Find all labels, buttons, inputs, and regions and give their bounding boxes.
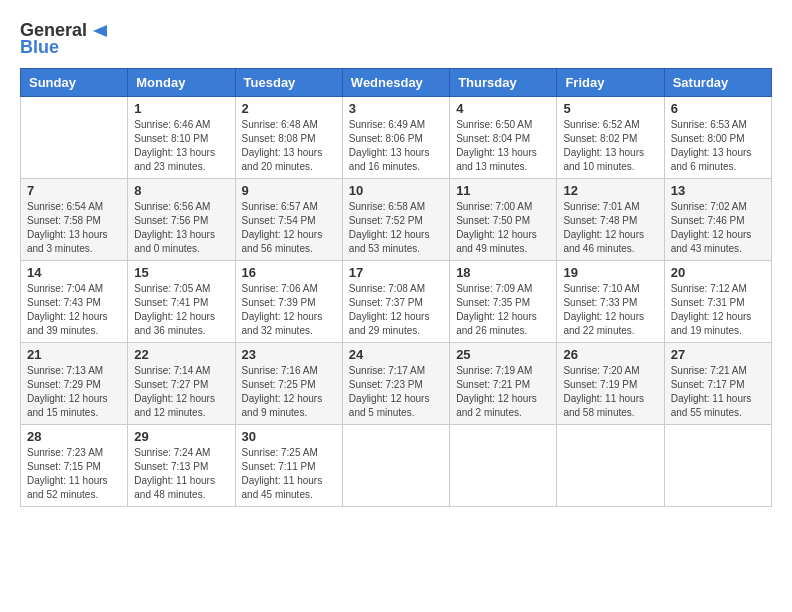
day-info: Sunrise: 6:48 AM Sunset: 8:08 PM Dayligh…	[242, 118, 336, 174]
day-number: 25	[456, 347, 550, 362]
weekday-header-tuesday: Tuesday	[235, 69, 342, 97]
day-info: Sunrise: 7:21 AM Sunset: 7:17 PM Dayligh…	[671, 364, 765, 420]
day-info: Sunrise: 7:19 AM Sunset: 7:21 PM Dayligh…	[456, 364, 550, 420]
calendar-cell: 10Sunrise: 6:58 AM Sunset: 7:52 PM Dayli…	[342, 179, 449, 261]
day-info: Sunrise: 7:08 AM Sunset: 7:37 PM Dayligh…	[349, 282, 443, 338]
day-number: 23	[242, 347, 336, 362]
calendar-week-3: 14Sunrise: 7:04 AM Sunset: 7:43 PM Dayli…	[21, 261, 772, 343]
calendar-cell	[342, 425, 449, 507]
calendar-cell: 12Sunrise: 7:01 AM Sunset: 7:48 PM Dayli…	[557, 179, 664, 261]
calendar-cell: 8Sunrise: 6:56 AM Sunset: 7:56 PM Daylig…	[128, 179, 235, 261]
day-info: Sunrise: 6:50 AM Sunset: 8:04 PM Dayligh…	[456, 118, 550, 174]
calendar-cell: 1Sunrise: 6:46 AM Sunset: 8:10 PM Daylig…	[128, 97, 235, 179]
calendar-cell: 2Sunrise: 6:48 AM Sunset: 8:08 PM Daylig…	[235, 97, 342, 179]
calendar-cell: 6Sunrise: 6:53 AM Sunset: 8:00 PM Daylig…	[664, 97, 771, 179]
day-number: 1	[134, 101, 228, 116]
calendar-cell	[21, 97, 128, 179]
day-number: 6	[671, 101, 765, 116]
day-number: 27	[671, 347, 765, 362]
day-info: Sunrise: 7:23 AM Sunset: 7:15 PM Dayligh…	[27, 446, 121, 502]
day-number: 4	[456, 101, 550, 116]
day-number: 13	[671, 183, 765, 198]
day-number: 3	[349, 101, 443, 116]
logo-bird-icon	[89, 21, 111, 41]
calendar: SundayMondayTuesdayWednesdayThursdayFrid…	[20, 68, 772, 507]
day-info: Sunrise: 6:56 AM Sunset: 7:56 PM Dayligh…	[134, 200, 228, 256]
day-number: 26	[563, 347, 657, 362]
svg-marker-0	[93, 25, 107, 37]
day-number: 30	[242, 429, 336, 444]
day-info: Sunrise: 7:02 AM Sunset: 7:46 PM Dayligh…	[671, 200, 765, 256]
calendar-cell: 22Sunrise: 7:14 AM Sunset: 7:27 PM Dayli…	[128, 343, 235, 425]
day-info: Sunrise: 6:52 AM Sunset: 8:02 PM Dayligh…	[563, 118, 657, 174]
calendar-cell: 24Sunrise: 7:17 AM Sunset: 7:23 PM Dayli…	[342, 343, 449, 425]
day-number: 24	[349, 347, 443, 362]
day-info: Sunrise: 7:06 AM Sunset: 7:39 PM Dayligh…	[242, 282, 336, 338]
calendar-cell: 5Sunrise: 6:52 AM Sunset: 8:02 PM Daylig…	[557, 97, 664, 179]
calendar-cell: 13Sunrise: 7:02 AM Sunset: 7:46 PM Dayli…	[664, 179, 771, 261]
calendar-cell: 3Sunrise: 6:49 AM Sunset: 8:06 PM Daylig…	[342, 97, 449, 179]
day-info: Sunrise: 6:54 AM Sunset: 7:58 PM Dayligh…	[27, 200, 121, 256]
calendar-cell: 28Sunrise: 7:23 AM Sunset: 7:15 PM Dayli…	[21, 425, 128, 507]
day-number: 22	[134, 347, 228, 362]
day-info: Sunrise: 7:16 AM Sunset: 7:25 PM Dayligh…	[242, 364, 336, 420]
calendar-cell	[557, 425, 664, 507]
day-number: 7	[27, 183, 121, 198]
day-info: Sunrise: 7:04 AM Sunset: 7:43 PM Dayligh…	[27, 282, 121, 338]
calendar-cell: 16Sunrise: 7:06 AM Sunset: 7:39 PM Dayli…	[235, 261, 342, 343]
calendar-cell: 18Sunrise: 7:09 AM Sunset: 7:35 PM Dayli…	[450, 261, 557, 343]
calendar-week-1: 1Sunrise: 6:46 AM Sunset: 8:10 PM Daylig…	[21, 97, 772, 179]
calendar-cell: 17Sunrise: 7:08 AM Sunset: 7:37 PM Dayli…	[342, 261, 449, 343]
calendar-cell: 9Sunrise: 6:57 AM Sunset: 7:54 PM Daylig…	[235, 179, 342, 261]
day-number: 20	[671, 265, 765, 280]
calendar-week-4: 21Sunrise: 7:13 AM Sunset: 7:29 PM Dayli…	[21, 343, 772, 425]
day-number: 17	[349, 265, 443, 280]
day-info: Sunrise: 7:14 AM Sunset: 7:27 PM Dayligh…	[134, 364, 228, 420]
day-number: 16	[242, 265, 336, 280]
day-number: 12	[563, 183, 657, 198]
day-info: Sunrise: 7:10 AM Sunset: 7:33 PM Dayligh…	[563, 282, 657, 338]
calendar-week-5: 28Sunrise: 7:23 AM Sunset: 7:15 PM Dayli…	[21, 425, 772, 507]
calendar-cell: 25Sunrise: 7:19 AM Sunset: 7:21 PM Dayli…	[450, 343, 557, 425]
day-info: Sunrise: 7:09 AM Sunset: 7:35 PM Dayligh…	[456, 282, 550, 338]
calendar-cell: 15Sunrise: 7:05 AM Sunset: 7:41 PM Dayli…	[128, 261, 235, 343]
weekday-header-monday: Monday	[128, 69, 235, 97]
calendar-week-2: 7Sunrise: 6:54 AM Sunset: 7:58 PM Daylig…	[21, 179, 772, 261]
day-number: 21	[27, 347, 121, 362]
weekday-header-sunday: Sunday	[21, 69, 128, 97]
day-info: Sunrise: 6:57 AM Sunset: 7:54 PM Dayligh…	[242, 200, 336, 256]
day-info: Sunrise: 7:12 AM Sunset: 7:31 PM Dayligh…	[671, 282, 765, 338]
day-number: 2	[242, 101, 336, 116]
weekday-header-friday: Friday	[557, 69, 664, 97]
calendar-header: SundayMondayTuesdayWednesdayThursdayFrid…	[21, 69, 772, 97]
day-number: 9	[242, 183, 336, 198]
weekday-header-wednesday: Wednesday	[342, 69, 449, 97]
day-info: Sunrise: 6:49 AM Sunset: 8:06 PM Dayligh…	[349, 118, 443, 174]
calendar-cell: 7Sunrise: 6:54 AM Sunset: 7:58 PM Daylig…	[21, 179, 128, 261]
logo: General Blue	[20, 20, 111, 58]
day-number: 15	[134, 265, 228, 280]
calendar-cell: 19Sunrise: 7:10 AM Sunset: 7:33 PM Dayli…	[557, 261, 664, 343]
day-info: Sunrise: 6:53 AM Sunset: 8:00 PM Dayligh…	[671, 118, 765, 174]
day-info: Sunrise: 7:20 AM Sunset: 7:19 PM Dayligh…	[563, 364, 657, 420]
day-number: 19	[563, 265, 657, 280]
day-number: 5	[563, 101, 657, 116]
calendar-cell: 23Sunrise: 7:16 AM Sunset: 7:25 PM Dayli…	[235, 343, 342, 425]
calendar-cell: 21Sunrise: 7:13 AM Sunset: 7:29 PM Dayli…	[21, 343, 128, 425]
header: General Blue	[20, 20, 772, 58]
logo-container: General Blue	[20, 20, 111, 58]
day-info: Sunrise: 6:46 AM Sunset: 8:10 PM Dayligh…	[134, 118, 228, 174]
calendar-cell: 26Sunrise: 7:20 AM Sunset: 7:19 PM Dayli…	[557, 343, 664, 425]
day-info: Sunrise: 7:13 AM Sunset: 7:29 PM Dayligh…	[27, 364, 121, 420]
day-info: Sunrise: 7:25 AM Sunset: 7:11 PM Dayligh…	[242, 446, 336, 502]
day-info: Sunrise: 7:17 AM Sunset: 7:23 PM Dayligh…	[349, 364, 443, 420]
weekday-header-thursday: Thursday	[450, 69, 557, 97]
day-info: Sunrise: 6:58 AM Sunset: 7:52 PM Dayligh…	[349, 200, 443, 256]
day-number: 14	[27, 265, 121, 280]
weekday-header-saturday: Saturday	[664, 69, 771, 97]
day-info: Sunrise: 7:00 AM Sunset: 7:50 PM Dayligh…	[456, 200, 550, 256]
calendar-cell	[664, 425, 771, 507]
calendar-body: 1Sunrise: 6:46 AM Sunset: 8:10 PM Daylig…	[21, 97, 772, 507]
logo-text-blue: Blue	[20, 37, 59, 58]
day-number: 18	[456, 265, 550, 280]
